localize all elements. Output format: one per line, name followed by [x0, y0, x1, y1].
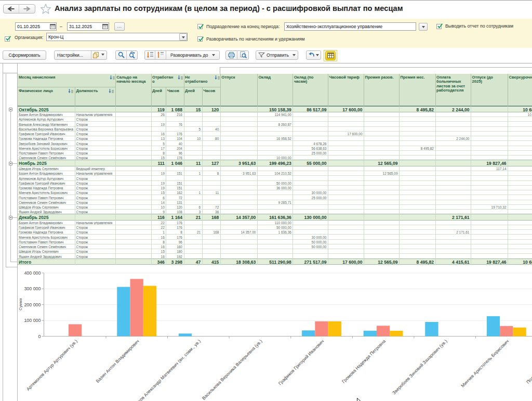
svg-text:Ваньков Александр Матвеевич (в: Ваньков Александр Матвеевич (вн. совм., …	[129, 339, 202, 401]
svg-text:300 000: 300 000	[24, 286, 41, 291]
svg-text:400 000: 400 000	[24, 270, 41, 276]
svg-text:200 000: 200 000	[24, 302, 41, 307]
svg-text:Артемонов Артур Артурович (ув.: Артемонов Артур Артурович (ув.)	[25, 339, 78, 392]
svg-text:Полставкин Павел Петрович: Полставкин Павел Петрович	[525, 339, 532, 385]
svg-text:Базин Антон Владимирович: Базин Антон Владимирович	[95, 339, 140, 384]
svg-text:Графиков Григорий Иванович: Графиков Григорий Иванович	[277, 339, 325, 386]
svg-text:Минчев Аристотель Борисович: Минчев Аристотель Борисович	[460, 339, 510, 389]
svg-text:0: 0	[38, 334, 41, 339]
svg-text:Василькова Вероника Валерьевна: Василькова Вероника Валерьевна (ув.)	[201, 339, 263, 401]
svg-text:Сумма: Сумма	[18, 298, 23, 311]
svg-text:Громова Надежда Петровна: Громова Надежда Петровна	[341, 339, 387, 384]
svg-text:100 000: 100 000	[24, 318, 41, 323]
svg-text:Зверобоев Зиновий Захарович (у: Зверобоев Зиновий Захарович (ув.)	[391, 339, 448, 396]
